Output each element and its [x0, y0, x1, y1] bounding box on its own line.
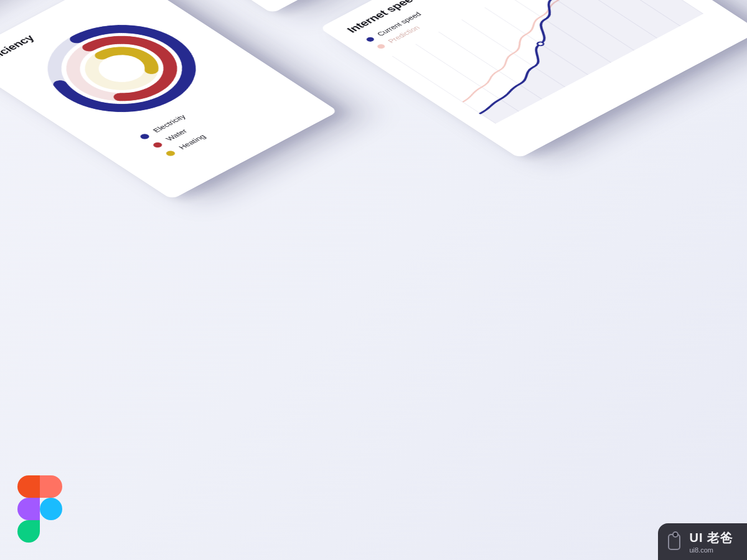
isometric-scene: ••• water usage JanFebMarAprMayJunJulAug… — [0, 0, 747, 514]
figma-logo — [17, 475, 62, 543]
tag-icon — [668, 534, 680, 550]
svg-line-22 — [439, 32, 542, 99]
watermark-brand: UI 老爸 — [689, 530, 733, 546]
legend-label: Water — [164, 128, 189, 142]
svg-line-21 — [415, 44, 519, 111]
legend-dot — [365, 36, 375, 42]
legend-item: Water — [151, 82, 275, 149]
legend-dot — [376, 44, 387, 50]
watermark-sub: ui8.com — [689, 546, 733, 554]
legend-item: Heating — [164, 90, 288, 157]
svg-line-20 — [392, 56, 496, 123]
legend-dot — [164, 149, 177, 157]
card-efficiency: ••• Efficiency ElectricityWaterHeating — [0, 0, 338, 200]
card-internet-speed: ••• Internet speed Current speedPredicti… — [319, 0, 747, 159]
legend-dot — [151, 141, 164, 149]
watermark: UI 老爸 ui8.com — [658, 523, 747, 560]
legend-dot — [138, 133, 151, 140]
